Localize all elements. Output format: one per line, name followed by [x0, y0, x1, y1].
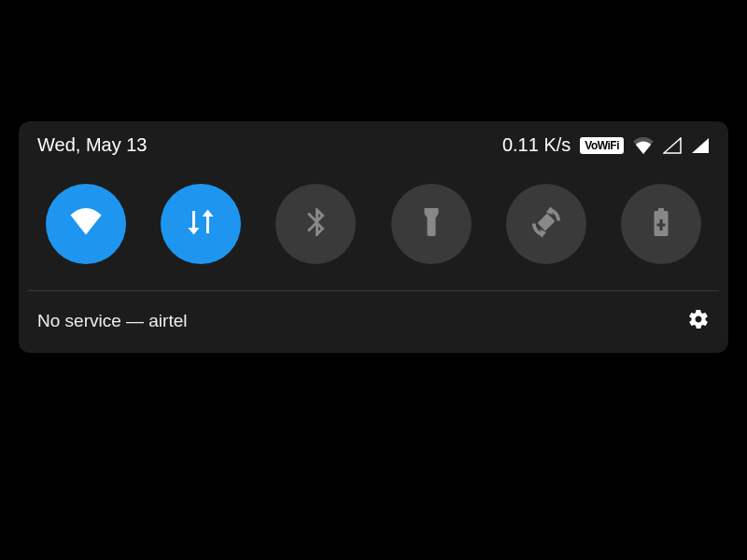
network-speed: 0.11 K/s	[502, 134, 571, 156]
carrier-text: No service — airtel	[37, 311, 188, 331]
bluetooth-toggle[interactable]	[275, 184, 356, 264]
vowifi-badge: VoWiFi	[580, 137, 624, 154]
flashlight-toggle[interactable]	[391, 184, 472, 264]
signal-sim1-icon	[663, 137, 682, 154]
date-text[interactable]: Wed, May 13	[37, 134, 147, 156]
mobile-data-toggle[interactable]	[161, 184, 241, 264]
battery-icon	[644, 205, 678, 243]
signal-sim2-icon	[691, 137, 710, 154]
wifi-icon	[69, 205, 103, 243]
wifi-toggle[interactable]	[46, 184, 126, 264]
battery-saver-toggle[interactable]	[621, 184, 701, 264]
gear-icon	[687, 317, 710, 333]
data-arrows-icon	[184, 205, 218, 243]
quick-settings-row	[19, 165, 728, 290]
bluetooth-icon	[299, 205, 332, 243]
flashlight-icon	[415, 205, 448, 243]
notification-panel: Wed, May 13 0.11 K/s VoWiFi	[19, 121, 728, 353]
rotate-icon	[529, 205, 563, 243]
status-indicators: 0.11 K/s VoWiFi	[502, 134, 710, 156]
svg-rect-0	[537, 213, 555, 231]
auto-rotate-toggle[interactable]	[506, 184, 586, 264]
wifi-status-icon	[633, 137, 654, 154]
panel-footer: No service — airtel	[19, 291, 728, 353]
settings-button[interactable]	[687, 308, 710, 334]
status-bar: Wed, May 13 0.11 K/s VoWiFi	[19, 121, 728, 165]
